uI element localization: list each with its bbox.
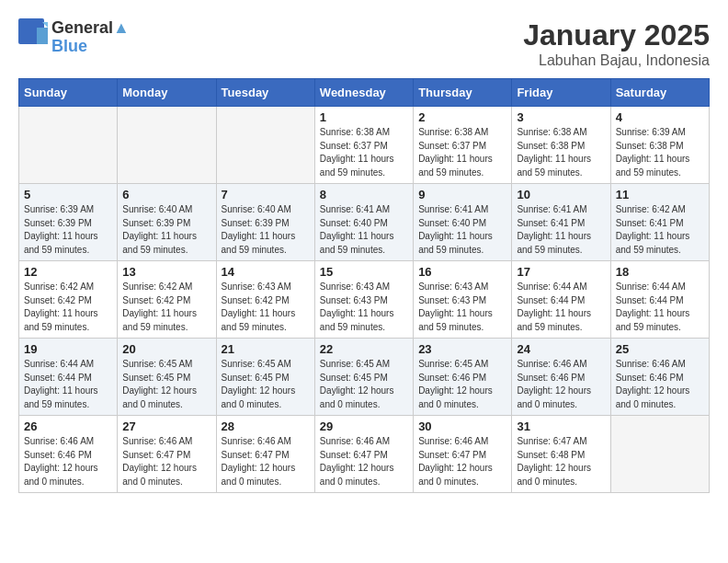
week-row-5: 26Sunrise: 6:46 AMSunset: 6:46 PMDayligh…	[19, 416, 710, 493]
calendar-cell: 11Sunrise: 6:42 AMSunset: 6:41 PMDayligh…	[610, 184, 709, 261]
calendar-cell: 23Sunrise: 6:45 AMSunset: 6:46 PMDayligh…	[414, 339, 512, 416]
day-number: 2	[418, 110, 506, 124]
day-info: Sunrise: 6:45 AMSunset: 6:45 PMDaylight:…	[222, 358, 310, 411]
day-number: 11	[616, 188, 704, 201]
calendar-cell: 31Sunrise: 6:47 AMSunset: 6:48 PMDayligh…	[512, 416, 610, 493]
calendar-cell: 15Sunrise: 6:43 AMSunset: 6:43 PMDayligh…	[314, 261, 413, 339]
day-info: Sunrise: 6:42 AMSunset: 6:42 PMDaylight:…	[122, 281, 210, 334]
day-info: Sunrise: 6:43 AMSunset: 6:43 PMDaylight:…	[418, 281, 506, 334]
calendar-cell: 18Sunrise: 6:44 AMSunset: 6:44 PMDayligh…	[610, 261, 709, 339]
day-info: Sunrise: 6:44 AMSunset: 6:44 PMDaylight:…	[24, 358, 112, 411]
day-info: Sunrise: 6:46 AMSunset: 6:46 PMDaylight:…	[517, 358, 605, 411]
calendar-cell: 24Sunrise: 6:46 AMSunset: 6:46 PMDayligh…	[512, 339, 610, 416]
header-day-tuesday: Tuesday	[216, 79, 314, 107]
day-info: Sunrise: 6:41 AMSunset: 6:40 PMDaylight:…	[418, 203, 506, 257]
day-info: Sunrise: 6:46 AMSunset: 6:47 PMDaylight:…	[122, 435, 210, 488]
day-number: 28	[222, 419, 310, 433]
day-number: 13	[122, 265, 210, 279]
calendar-cell: 13Sunrise: 6:42 AMSunset: 6:42 PMDayligh…	[118, 261, 216, 339]
calendar-cell	[19, 107, 118, 184]
calendar-cell: 29Sunrise: 6:46 AMSunset: 6:47 PMDayligh…	[314, 416, 413, 493]
day-number: 16	[418, 265, 506, 279]
day-number: 18	[616, 265, 704, 279]
calendar-cell: 21Sunrise: 6:45 AMSunset: 6:45 PMDayligh…	[216, 339, 314, 416]
title-section: January 2025 Labuhan Bajau, Indonesia	[523, 18, 710, 69]
day-number: 8	[320, 188, 408, 201]
calendar-cell: 28Sunrise: 6:46 AMSunset: 6:47 PMDayligh…	[216, 416, 314, 493]
day-info: Sunrise: 6:44 AMSunset: 6:44 PMDaylight:…	[517, 281, 605, 334]
day-info: Sunrise: 6:39 AMSunset: 6:38 PMDaylight:…	[616, 126, 704, 179]
calendar-cell: 8Sunrise: 6:41 AMSunset: 6:40 PMDaylight…	[314, 184, 413, 261]
day-number: 12	[24, 265, 112, 279]
svg-marker-1	[37, 28, 48, 44]
calendar-cell: 27Sunrise: 6:46 AMSunset: 6:47 PMDayligh…	[118, 416, 216, 493]
day-info: Sunrise: 6:46 AMSunset: 6:46 PMDaylight:…	[24, 435, 112, 488]
calendar-cell: 5Sunrise: 6:39 AMSunset: 6:39 PMDaylight…	[19, 184, 118, 261]
calendar-cell: 30Sunrise: 6:46 AMSunset: 6:47 PMDayligh…	[414, 416, 512, 493]
logo: General▲ Blue	[18, 18, 130, 57]
month-title: January 2025	[523, 18, 710, 52]
day-number: 31	[517, 419, 605, 433]
header-day-wednesday: Wednesday	[314, 79, 413, 107]
day-number: 27	[122, 419, 210, 433]
day-number: 1	[320, 110, 408, 124]
calendar-cell: 14Sunrise: 6:43 AMSunset: 6:42 PMDayligh…	[216, 261, 314, 339]
calendar-cell	[610, 416, 709, 493]
day-info: Sunrise: 6:43 AMSunset: 6:43 PMDaylight:…	[320, 281, 408, 334]
calendar-cell: 6Sunrise: 6:40 AMSunset: 6:39 PMDaylight…	[118, 184, 216, 261]
day-info: Sunrise: 6:46 AMSunset: 6:46 PMDaylight:…	[616, 358, 704, 411]
day-info: Sunrise: 6:39 AMSunset: 6:39 PMDaylight:…	[24, 203, 112, 257]
calendar-cell: 12Sunrise: 6:42 AMSunset: 6:42 PMDayligh…	[19, 261, 118, 339]
calendar-cell: 17Sunrise: 6:44 AMSunset: 6:44 PMDayligh…	[512, 261, 610, 339]
day-info: Sunrise: 6:45 AMSunset: 6:45 PMDaylight:…	[320, 358, 408, 411]
day-number: 25	[616, 342, 704, 356]
header-day-saturday: Saturday	[610, 79, 709, 107]
calendar-cell: 19Sunrise: 6:44 AMSunset: 6:44 PMDayligh…	[19, 339, 118, 416]
day-info: Sunrise: 6:42 AMSunset: 6:42 PMDaylight:…	[24, 281, 112, 334]
logo-text: General▲ Blue	[51, 19, 130, 56]
calendar-cell	[118, 107, 216, 184]
calendar-cell: 16Sunrise: 6:43 AMSunset: 6:43 PMDayligh…	[414, 261, 512, 339]
header-row: SundayMondayTuesdayWednesdayThursdayFrid…	[19, 79, 710, 107]
day-info: Sunrise: 6:45 AMSunset: 6:45 PMDaylight:…	[122, 358, 210, 411]
day-number: 14	[222, 265, 310, 279]
day-number: 30	[418, 419, 506, 433]
day-number: 22	[320, 342, 408, 356]
calendar-cell: 26Sunrise: 6:46 AMSunset: 6:46 PMDayligh…	[19, 416, 118, 493]
calendar-cell: 4Sunrise: 6:39 AMSunset: 6:38 PMDaylight…	[610, 107, 709, 184]
week-row-4: 19Sunrise: 6:44 AMSunset: 6:44 PMDayligh…	[19, 339, 710, 416]
week-row-3: 12Sunrise: 6:42 AMSunset: 6:42 PMDayligh…	[19, 261, 710, 339]
day-info: Sunrise: 6:38 AMSunset: 6:37 PMDaylight:…	[320, 126, 408, 179]
week-row-2: 5Sunrise: 6:39 AMSunset: 6:39 PMDaylight…	[19, 184, 710, 261]
calendar-cell: 20Sunrise: 6:45 AMSunset: 6:45 PMDayligh…	[118, 339, 216, 416]
day-info: Sunrise: 6:45 AMSunset: 6:46 PMDaylight:…	[418, 358, 506, 411]
day-number: 23	[418, 342, 506, 356]
location-subtitle: Labuhan Bajau, Indonesia	[523, 52, 710, 69]
day-info: Sunrise: 6:42 AMSunset: 6:41 PMDaylight:…	[616, 203, 704, 257]
logo-general: General	[51, 18, 113, 37]
day-number: 20	[122, 342, 210, 356]
calendar-cell: 9Sunrise: 6:41 AMSunset: 6:40 PMDaylight…	[414, 184, 512, 261]
header-day-monday: Monday	[118, 79, 216, 107]
page-header: General▲ Blue January 2025 Labuhan Bajau…	[18, 18, 710, 69]
day-number: 6	[122, 188, 210, 201]
calendar-cell: 3Sunrise: 6:38 AMSunset: 6:38 PMDaylight…	[512, 107, 610, 184]
day-number: 17	[517, 265, 605, 279]
logo-icon-shape: ▲	[113, 18, 130, 37]
calendar-cell: 1Sunrise: 6:38 AMSunset: 6:37 PMDaylight…	[314, 107, 413, 184]
header-day-friday: Friday	[512, 79, 610, 107]
day-number: 15	[320, 265, 408, 279]
day-info: Sunrise: 6:46 AMSunset: 6:47 PMDaylight:…	[418, 435, 506, 488]
day-info: Sunrise: 6:47 AMSunset: 6:48 PMDaylight:…	[517, 435, 605, 488]
calendar-cell: 10Sunrise: 6:41 AMSunset: 6:41 PMDayligh…	[512, 184, 610, 261]
day-info: Sunrise: 6:46 AMSunset: 6:47 PMDaylight:…	[222, 435, 310, 488]
header-day-thursday: Thursday	[414, 79, 512, 107]
logo-blue: Blue	[51, 38, 130, 56]
day-number: 24	[517, 342, 605, 356]
day-info: Sunrise: 6:44 AMSunset: 6:44 PMDaylight:…	[616, 281, 704, 334]
day-info: Sunrise: 6:46 AMSunset: 6:47 PMDaylight:…	[320, 435, 408, 488]
day-info: Sunrise: 6:43 AMSunset: 6:42 PMDaylight:…	[222, 281, 310, 334]
day-number: 26	[24, 419, 112, 433]
day-number: 3	[517, 110, 605, 124]
day-info: Sunrise: 6:40 AMSunset: 6:39 PMDaylight:…	[122, 203, 210, 257]
